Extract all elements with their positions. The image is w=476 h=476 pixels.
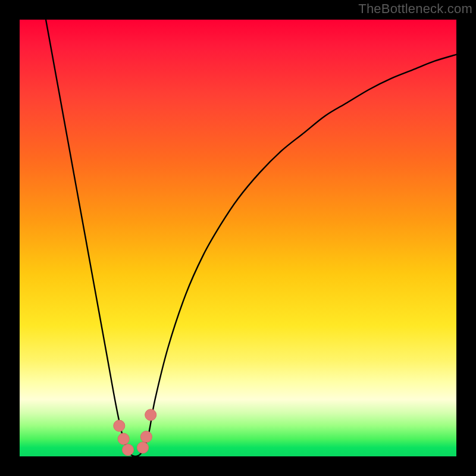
curve-marker	[122, 444, 133, 455]
curve-marker	[137, 442, 148, 453]
bottleneck-curve	[46, 20, 456, 456]
curve-marker	[118, 433, 129, 444]
curve-marker	[140, 431, 152, 442]
curve-markers	[114, 409, 156, 456]
watermark-text: TheBottleneck.com	[358, 1, 472, 17]
plot-area	[20, 20, 456, 456]
chart-svg	[20, 20, 456, 456]
curve-marker	[145, 409, 156, 421]
chart-frame: TheBottleneck.com	[0, 0, 476, 476]
curve-marker	[114, 420, 125, 431]
